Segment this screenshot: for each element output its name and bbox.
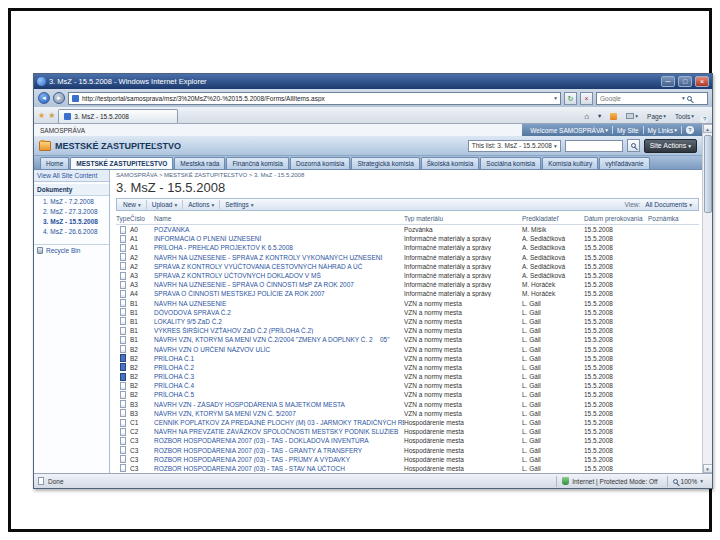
table-row[interactable]: B1 NÁVRH VZN, KTORÝM SA MENÍ VZN Č.2/200… — [116, 335, 699, 344]
actions-button[interactable]: Actions — [186, 201, 216, 208]
column-header-cislo[interactable]: Číslo — [130, 215, 154, 222]
document-link[interactable]: PRÍLOHA Č.1 — [154, 355, 194, 362]
table-row[interactable]: C3 ROZBOR HOSPODÁRENIA 2007 (03) - TAS -… — [116, 436, 699, 445]
table-row[interactable]: A1 PRÍLOHA - PREHĽAD PROJEKTOV K 6.5.200… — [116, 243, 699, 252]
document-link[interactable]: LOKALITY 9/5 ZaD Č.2 — [154, 318, 222, 325]
site-search-input[interactable] — [565, 140, 623, 152]
scroll-up-icon[interactable] — [703, 124, 713, 133]
scrollbar-thumb[interactable] — [704, 135, 712, 213]
site-nav-tab[interactable]: Mestská rada — [174, 157, 225, 169]
stop-button[interactable] — [580, 92, 593, 105]
site-nav-tab[interactable]: Dozorná komisia — [290, 157, 350, 169]
table-row[interactable]: A1 INFORMÁCIA O PLNENÍ UZNESENÍ Informač… — [116, 234, 699, 243]
table-row[interactable]: A0 POZVÁNKA Pozvánka M. Mišík 15.5.2008 — [116, 225, 699, 234]
address-input[interactable]: http://testportal/samosprava/msz/3%20MsZ… — [68, 92, 561, 105]
document-link[interactable]: NÁVRH NA UZNESENIE - SPRÁVA O ČINNOSTI M… — [154, 281, 354, 288]
site-nav-tab[interactable]: Školská komisia — [421, 157, 480, 169]
vertical-scrollbar[interactable] — [702, 124, 712, 473]
welcome-menu[interactable]: Welcome SAMOSPRÁVA — [530, 127, 608, 134]
document-link[interactable]: VÝKRES ŠIRŠÍCH VZŤAHOV ZaD Č.2 (PRÍLOHA … — [154, 327, 313, 334]
search-icon[interactable] — [687, 96, 692, 101]
document-link[interactable]: ROZBOR HOSPODÁRENIA 2007 (03) - TAS - DO… — [154, 437, 369, 444]
add-favorite-icon[interactable] — [48, 109, 55, 123]
minimize-button[interactable] — [661, 76, 675, 87]
document-link[interactable]: NÁVRH VZN, KTORÝM SA MENÍ VZN Č.2/2004 "… — [154, 336, 389, 343]
site-nav-tab[interactable]: vyhľadávanie — [599, 157, 649, 169]
sidebar-item[interactable]: 3. MsZ - 15.5.2008 — [34, 216, 109, 226]
column-header-type[interactable]: Type — [116, 215, 130, 222]
table-row[interactable]: A2 NÁVRH NA UZNESENIE - SPRÁVA Z KONTROL… — [116, 253, 699, 262]
site-search-go-button[interactable] — [627, 139, 640, 152]
my-links-menu[interactable]: My Links — [648, 127, 677, 134]
table-row[interactable]: B2 PRÍLOHA Č.5 VZN a normy mesta L. Gáll… — [116, 390, 699, 399]
document-link[interactable]: NÁVRH VZN - ZÁSADY HOSPODÁRENIA S MAJETK… — [154, 401, 345, 408]
document-link[interactable]: NÁVRH VZN O URČENÍ NÁZVOV ULÍC — [154, 346, 270, 353]
document-link[interactable]: NÁVRH NA UZNESENIE - SPRÁVA Z KONTROLY V… — [154, 254, 382, 261]
breadcrumb[interactable]: SAMOSPRÁVA > MESTSKÉ ZASTUPITEĽSTVO > 3.… — [116, 172, 699, 178]
document-link[interactable]: DÔVODOVÁ SPRÁVA Č.2 — [154, 309, 231, 316]
browser-tab[interactable]: 3. MsZ - 15.5.2008 — [58, 109, 178, 123]
site-actions-button[interactable]: Site Actions — [644, 139, 697, 153]
table-row[interactable]: C2 NÁVRH NA PREVZATIE ZÁVÄZKOV SPOLOČNOS… — [116, 427, 699, 436]
search-provider-dropdown-icon[interactable] — [682, 95, 685, 101]
favorites-star-icon[interactable] — [38, 109, 45, 123]
back-button[interactable] — [38, 92, 50, 104]
column-header-name[interactable]: Name — [154, 215, 404, 222]
print-button[interactable] — [623, 109, 641, 123]
document-link[interactable]: CENNÍK POPLATKOV ZA PREDAJNÉ PLOCHY (M) … — [154, 419, 404, 426]
table-row[interactable]: C3 ROZBOR HOSPODÁRENIA 2007 (03) - TAS -… — [116, 464, 699, 473]
portal-help-icon[interactable] — [686, 126, 694, 134]
document-link[interactable]: SPRÁVA Z KONTROLY VYÚČTOVANIA CESTOVNÝCH… — [154, 263, 362, 270]
table-row[interactable]: A3 SPRÁVA Z KONTROLY ÚČTOVNÝCH DOKLADOV … — [116, 271, 699, 280]
table-row[interactable]: A4 SPRÁVA O ČINNOSTI MESTSKEJ POLÍCIE ZA… — [116, 289, 699, 298]
document-link[interactable]: ROZBOR HOSPODÁRENIA 2007 (03) - TAS - PR… — [154, 456, 350, 463]
search-scope-select[interactable]: This list: 3. MsZ - 15.5.2008 — [468, 140, 561, 152]
table-row[interactable]: B2 NÁVRH VZN O URČENÍ NÁZVOV ULÍC VZN a … — [116, 344, 699, 353]
document-link[interactable]: INFORMÁCIA O PLNENÍ UZNESENÍ — [154, 235, 261, 242]
title-bar[interactable]: 3. MsZ - 15.5.2008 - Windows Internet Ex… — [34, 74, 712, 89]
document-link[interactable]: ROZBOR HOSPODÁRENIA 2007 (03) - TAS - ST… — [154, 465, 345, 472]
document-link[interactable]: PRÍLOHA - PREHĽAD PROJEKTOV K 6.5.2008 — [154, 244, 293, 251]
table-row[interactable]: B3 NÁVRH VZN, KTORÝM SA MENÍ VZN Č. 5/20… — [116, 409, 699, 418]
table-row[interactable]: B1 DÔVODOVÁ SPRÁVA Č.2 VZN a normy mesta… — [116, 308, 699, 317]
table-row[interactable]: B1 LOKALITY 9/5 ZaD Č.2 VZN a normy mest… — [116, 317, 699, 326]
upload-button[interactable]: Upload — [150, 201, 179, 208]
document-link[interactable]: NÁVRH VZN, KTORÝM SA MENÍ VZN Č. 5/2007 — [154, 410, 296, 417]
sidebar-item[interactable]: 4. MsZ - 26.6.2008 — [34, 226, 109, 236]
close-button[interactable] — [695, 76, 709, 87]
view-selector[interactable]: All Documents — [643, 201, 694, 208]
maximize-button[interactable] — [678, 76, 692, 87]
table-row[interactable]: B2 PRÍLOHA Č.4 VZN a normy mesta L. Gáll… — [116, 381, 699, 390]
home-icon[interactable] — [581, 109, 592, 123]
sidebar-item[interactable]: 1. MsZ - 7.2.2008 — [34, 196, 109, 206]
table-row[interactable]: C1 CENNÍK POPLATKOV ZA PREDAJNÉ PLOCHY (… — [116, 418, 699, 427]
settings-button[interactable]: Settings — [223, 201, 255, 208]
table-row[interactable]: C3 ROZBOR HOSPODÁRENIA 2007 (03) - TAS -… — [116, 446, 699, 455]
document-link[interactable]: NÁVRH NA UZNESENIE — [154, 300, 226, 307]
table-row[interactable]: A3 NÁVRH NA UZNESENIE - SPRÁVA O ČINNOST… — [116, 280, 699, 289]
forward-button[interactable] — [53, 92, 65, 104]
table-row[interactable]: C3 ROZBOR HOSPODÁRENIA 2007 (03) - TAS -… — [116, 455, 699, 464]
table-row[interactable]: B1 VÝKRES ŠIRŠÍCH VZŤAHOV ZaD Č.2 (PRÍLO… — [116, 326, 699, 335]
document-link[interactable]: PRÍLOHA Č.5 — [154, 391, 194, 398]
site-nav-tab[interactable]: Finančná komisia — [226, 157, 289, 169]
search-input[interactable] — [600, 95, 680, 102]
site-nav-tab[interactable]: Home — [40, 157, 69, 169]
table-row[interactable]: B2 PRÍLOHA Č.2 VZN a normy mesta L. Gáll… — [116, 363, 699, 372]
page-menu[interactable]: Page — [644, 109, 669, 123]
column-header-poznamka[interactable]: Poznámka — [648, 215, 684, 222]
refresh-button[interactable] — [564, 92, 577, 105]
column-header-predkladatel[interactable]: Predkladateľ — [522, 215, 584, 222]
site-nav-tab[interactable]: MESTSKÉ ZASTUPITEĽSTVO — [70, 157, 173, 169]
my-site-link[interactable]: My Site — [617, 127, 639, 134]
document-link[interactable]: PRÍLOHA Č.4 — [154, 382, 194, 389]
home-dropdown-icon[interactable] — [595, 109, 604, 123]
site-nav-tab[interactable]: Komisia kultúry — [542, 157, 598, 169]
document-link[interactable]: PRÍLOHA Č.3 — [154, 373, 194, 380]
site-nav-tab[interactable]: Strategická komisia — [351, 157, 419, 169]
address-dropdown-icon[interactable] — [554, 95, 557, 101]
table-row[interactable]: B2 PRÍLOHA Č.1 VZN a normy mesta L. Gáll… — [116, 354, 699, 363]
document-link[interactable]: ROZBOR HOSPODÁRENIA 2007 (03) - TAS - GR… — [154, 447, 362, 454]
document-link[interactable]: PRÍLOHA Č.2 — [154, 364, 194, 371]
document-link[interactable]: SPRÁVA Z KONTROLY ÚČTOVNÝCH DOKLADOV V M… — [154, 272, 321, 279]
